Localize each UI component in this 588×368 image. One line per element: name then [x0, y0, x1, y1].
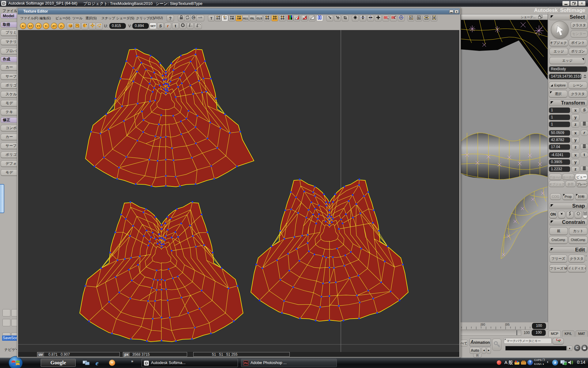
svg-text:C: C: [410, 16, 412, 19]
svg-text:S: S: [386, 16, 388, 19]
svg-text:C: C: [192, 16, 194, 19]
svg-text:E: E: [232, 17, 234, 20]
svg-text:H: H: [273, 15, 276, 18]
svg-text:G: G: [417, 16, 420, 19]
svg-text:S: S: [266, 15, 268, 18]
svg-text:P: P: [239, 17, 241, 20]
svg-text:A: A: [281, 15, 283, 18]
svg-text:U: U: [225, 17, 227, 20]
